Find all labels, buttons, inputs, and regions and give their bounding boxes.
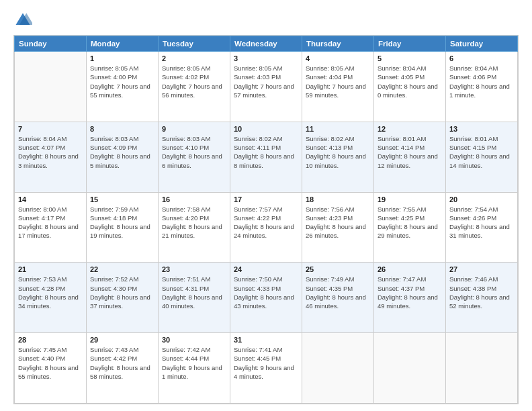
calendar-cell: 16Sunrise: 7:58 AMSunset: 4:20 PMDayligh… <box>159 192 230 263</box>
day-number: 3 <box>234 54 298 62</box>
calendar-cell: 28Sunrise: 7:45 AMSunset: 4:40 PMDayligh… <box>15 333 87 404</box>
day-info: Sunrise: 7:42 AMSunset: 4:44 PMDaylight:… <box>162 345 226 381</box>
day-of-week-header: Tuesday <box>159 36 230 52</box>
calendar-week-row: 7Sunrise: 8:04 AMSunset: 4:07 PMDaylight… <box>15 122 518 192</box>
calendar-cell: 17Sunrise: 7:57 AMSunset: 4:22 PMDayligh… <box>230 192 302 263</box>
day-number: 14 <box>18 195 83 203</box>
day-number: 23 <box>162 265 226 273</box>
day-info: Sunrise: 7:45 AMSunset: 4:40 PMDaylight:… <box>18 345 83 381</box>
calendar-cell: 18Sunrise: 7:56 AMSunset: 4:23 PMDayligh… <box>302 192 374 263</box>
day-info: Sunrise: 8:02 AMSunset: 4:13 PMDaylight:… <box>306 134 370 170</box>
calendar-cell: 14Sunrise: 8:00 AMSunset: 4:17 PMDayligh… <box>15 192 87 263</box>
day-number: 6 <box>449 54 514 62</box>
day-number: 21 <box>18 265 83 273</box>
calendar-cell <box>446 333 518 404</box>
day-info: Sunrise: 7:52 AMSunset: 4:30 PMDaylight:… <box>90 275 154 310</box>
calendar-cell: 19Sunrise: 7:55 AMSunset: 4:25 PMDayligh… <box>374 192 446 263</box>
calendar-cell: 11Sunrise: 8:02 AMSunset: 4:13 PMDayligh… <box>302 122 374 192</box>
day-number: 27 <box>449 265 514 273</box>
calendar-week-row: 21Sunrise: 7:53 AMSunset: 4:28 PMDayligh… <box>15 263 518 333</box>
day-number: 26 <box>378 265 442 273</box>
day-of-week-header: Thursday <box>302 36 374 52</box>
day-info: Sunrise: 7:49 AMSunset: 4:35 PMDaylight:… <box>306 275 370 310</box>
day-number: 28 <box>18 336 83 344</box>
calendar-cell: 26Sunrise: 7:47 AMSunset: 4:37 PMDayligh… <box>374 263 446 333</box>
day-number: 22 <box>90 265 154 273</box>
day-number: 25 <box>306 265 370 273</box>
day-info: Sunrise: 8:04 AMSunset: 4:06 PMDaylight:… <box>449 64 514 99</box>
day-info: Sunrise: 7:41 AMSunset: 4:45 PMDaylight:… <box>234 345 298 381</box>
day-number: 2 <box>162 54 226 62</box>
day-of-week-header: Sunday <box>15 36 87 52</box>
logo <box>13 11 35 30</box>
day-info: Sunrise: 7:47 AMSunset: 4:37 PMDaylight:… <box>378 275 442 310</box>
day-of-week-header: Friday <box>374 36 446 52</box>
calendar-cell: 22Sunrise: 7:52 AMSunset: 4:30 PMDayligh… <box>87 263 159 333</box>
day-of-week-header: Wednesday <box>230 36 302 52</box>
day-number: 11 <box>306 125 370 133</box>
calendar-cell: 1Sunrise: 8:05 AMSunset: 4:00 PMDaylight… <box>87 52 159 122</box>
day-info: Sunrise: 7:43 AMSunset: 4:42 PMDaylight:… <box>90 345 154 381</box>
day-info: Sunrise: 7:50 AMSunset: 4:33 PMDaylight:… <box>234 275 298 310</box>
day-number: 8 <box>90 125 154 133</box>
day-number: 7 <box>18 125 83 133</box>
calendar-cell: 6Sunrise: 8:04 AMSunset: 4:06 PMDaylight… <box>446 52 518 122</box>
day-info: Sunrise: 8:03 AMSunset: 4:09 PMDaylight:… <box>90 134 154 170</box>
day-number: 30 <box>162 336 226 344</box>
day-info: Sunrise: 8:00 AMSunset: 4:17 PMDaylight:… <box>18 205 83 240</box>
day-number: 9 <box>162 125 226 133</box>
day-info: Sunrise: 7:56 AMSunset: 4:23 PMDaylight:… <box>306 205 370 240</box>
calendar-cell: 24Sunrise: 7:50 AMSunset: 4:33 PMDayligh… <box>230 263 302 333</box>
day-number: 13 <box>449 125 514 133</box>
logo-icon <box>13 11 32 30</box>
calendar-cell: 31Sunrise: 7:41 AMSunset: 4:45 PMDayligh… <box>230 333 302 404</box>
day-info: Sunrise: 8:01 AMSunset: 4:15 PMDaylight:… <box>449 134 514 170</box>
day-info: Sunrise: 7:54 AMSunset: 4:26 PMDaylight:… <box>449 205 514 240</box>
day-info: Sunrise: 8:01 AMSunset: 4:14 PMDaylight:… <box>378 134 442 170</box>
calendar-cell: 4Sunrise: 8:05 AMSunset: 4:04 PMDaylight… <box>302 52 374 122</box>
calendar-cell: 21Sunrise: 7:53 AMSunset: 4:28 PMDayligh… <box>15 263 87 333</box>
calendar-cell: 12Sunrise: 8:01 AMSunset: 4:14 PMDayligh… <box>374 122 446 192</box>
calendar-cell: 3Sunrise: 8:05 AMSunset: 4:03 PMDaylight… <box>230 52 302 122</box>
day-info: Sunrise: 8:04 AMSunset: 4:05 PMDaylight:… <box>378 64 442 99</box>
day-info: Sunrise: 8:05 AMSunset: 4:00 PMDaylight:… <box>90 64 154 99</box>
calendar-week-row: 28Sunrise: 7:45 AMSunset: 4:40 PMDayligh… <box>15 333 518 404</box>
day-info: Sunrise: 8:05 AMSunset: 4:04 PMDaylight:… <box>306 64 370 99</box>
calendar-cell: 13Sunrise: 8:01 AMSunset: 4:15 PMDayligh… <box>446 122 518 192</box>
calendar-cell: 7Sunrise: 8:04 AMSunset: 4:07 PMDaylight… <box>15 122 87 192</box>
day-info: Sunrise: 8:04 AMSunset: 4:07 PMDaylight:… <box>18 134 83 170</box>
day-info: Sunrise: 7:58 AMSunset: 4:20 PMDaylight:… <box>162 205 226 240</box>
day-info: Sunrise: 8:03 AMSunset: 4:10 PMDaylight:… <box>162 134 226 170</box>
day-info: Sunrise: 8:05 AMSunset: 4:03 PMDaylight:… <box>234 64 298 99</box>
calendar-cell: 20Sunrise: 7:54 AMSunset: 4:26 PMDayligh… <box>446 192 518 263</box>
day-info: Sunrise: 7:59 AMSunset: 4:18 PMDaylight:… <box>90 205 154 240</box>
day-number: 5 <box>378 54 442 62</box>
calendar-cell: 8Sunrise: 8:03 AMSunset: 4:09 PMDaylight… <box>87 122 159 192</box>
calendar-cell <box>15 52 87 122</box>
page: SundayMondayTuesdayWednesdayThursdayFrid… <box>0 0 532 411</box>
day-number: 16 <box>162 195 226 203</box>
calendar-week-row: 14Sunrise: 8:00 AMSunset: 4:17 PMDayligh… <box>15 192 518 263</box>
day-info: Sunrise: 7:46 AMSunset: 4:38 PMDaylight:… <box>449 275 514 310</box>
day-number: 24 <box>234 265 298 273</box>
calendar: SundayMondayTuesdayWednesdayThursdayFrid… <box>13 35 519 404</box>
day-info: Sunrise: 7:55 AMSunset: 4:25 PMDaylight:… <box>378 205 442 240</box>
calendar-week-row: 1Sunrise: 8:05 AMSunset: 4:00 PMDaylight… <box>15 52 518 122</box>
day-info: Sunrise: 8:05 AMSunset: 4:02 PMDaylight:… <box>162 64 226 99</box>
day-info: Sunrise: 8:02 AMSunset: 4:11 PMDaylight:… <box>234 134 298 170</box>
calendar-cell: 27Sunrise: 7:46 AMSunset: 4:38 PMDayligh… <box>446 263 518 333</box>
calendar-cell: 25Sunrise: 7:49 AMSunset: 4:35 PMDayligh… <box>302 263 374 333</box>
calendar-cell: 23Sunrise: 7:51 AMSunset: 4:31 PMDayligh… <box>159 263 230 333</box>
calendar-cell: 29Sunrise: 7:43 AMSunset: 4:42 PMDayligh… <box>87 333 159 404</box>
day-number: 1 <box>90 54 154 62</box>
calendar-cell: 15Sunrise: 7:59 AMSunset: 4:18 PMDayligh… <box>87 192 159 263</box>
calendar-header-row: SundayMondayTuesdayWednesdayThursdayFrid… <box>15 36 518 52</box>
calendar-cell: 5Sunrise: 8:04 AMSunset: 4:05 PMDaylight… <box>374 52 446 122</box>
day-info: Sunrise: 7:57 AMSunset: 4:22 PMDaylight:… <box>234 205 298 240</box>
day-number: 31 <box>234 336 298 344</box>
calendar-cell: 10Sunrise: 8:02 AMSunset: 4:11 PMDayligh… <box>230 122 302 192</box>
day-number: 18 <box>306 195 370 203</box>
day-number: 15 <box>90 195 154 203</box>
day-number: 12 <box>378 125 442 133</box>
calendar-cell: 30Sunrise: 7:42 AMSunset: 4:44 PMDayligh… <box>159 333 230 404</box>
